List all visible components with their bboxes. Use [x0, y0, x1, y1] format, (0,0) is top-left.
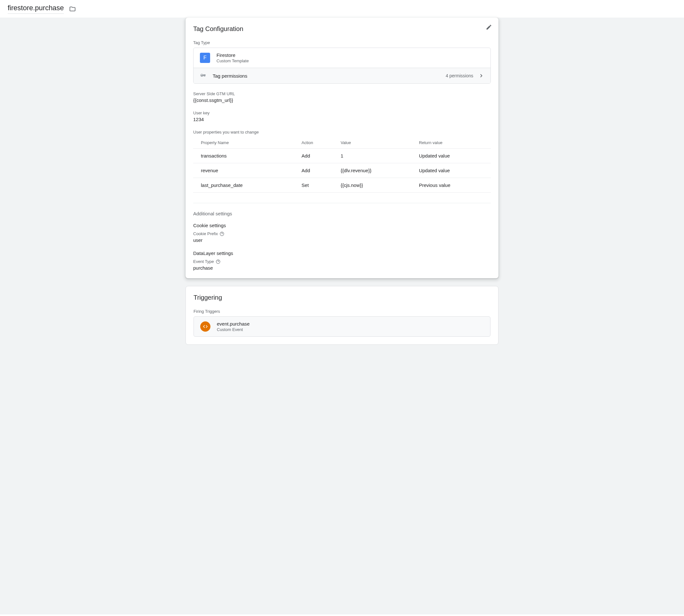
server-url-value: {{const.ssgtm_url}}: [193, 97, 491, 103]
cell-return: Updated value: [411, 149, 491, 163]
additional-settings-title: Additional settings: [193, 211, 491, 216]
page-body: Tag Configuration Tag Type F Firestore C…: [0, 18, 684, 614]
table-row: transactionsAdd1Updated value: [193, 149, 491, 163]
cookie-prefix-label: Cookie Prefix: [193, 231, 218, 236]
section-title: Tag Configuration: [193, 25, 491, 32]
permissions-label: Tag permissions: [213, 73, 247, 79]
col-action: Action: [294, 137, 333, 149]
cookie-settings-group: Cookie settings Cookie Prefix user: [193, 223, 491, 243]
tag-type-box: F Firestore Custom Template Tag permissi…: [193, 48, 491, 84]
props-label: User properties you want to change: [193, 130, 491, 134]
cell-name: transactions: [193, 149, 294, 163]
trigger-subtitle: Custom Event: [217, 327, 250, 332]
firestore-icon: F: [200, 53, 210, 63]
help-icon[interactable]: [220, 232, 224, 236]
table-row: last_purchase_dateSet{{cjs.now}}Previous…: [193, 178, 491, 193]
cell-name: last_purchase_date: [193, 178, 294, 193]
props-table: Property Name Action Value Return value …: [193, 137, 491, 193]
permissions-count: 4 permissions: [446, 73, 473, 78]
cell-value: 1: [333, 149, 411, 163]
event-type-value: purchase: [193, 265, 491, 271]
dl-settings-title: DataLayer settings: [193, 250, 491, 256]
table-row: revenueAdd{{dlv.revenue}}Updated value: [193, 163, 491, 178]
tag-permissions-row[interactable]: Tag permissions 4 permissions: [193, 68, 491, 83]
cookie-prefix-value: user: [193, 237, 491, 243]
key-icon: [200, 72, 206, 79]
cell-name: revenue: [193, 163, 294, 178]
edit-icon[interactable]: [486, 24, 492, 30]
cell-action: Add: [294, 163, 333, 178]
help-icon[interactable]: [216, 260, 220, 264]
triggering-title: Triggering: [193, 294, 491, 301]
divider: [193, 203, 491, 203]
cookie-settings-title: Cookie settings: [193, 223, 491, 228]
col-value: Value: [333, 137, 411, 149]
server-url-group: Server SIde GTM URL {{const.ssgtm_url}}: [193, 91, 491, 103]
event-type-label: Event Type: [193, 259, 214, 264]
tag-type-subtitle: Custom Template: [216, 59, 249, 63]
trigger-name: event.purchase: [217, 321, 250, 327]
page-header: firestore.purchase: [0, 0, 684, 18]
cell-return: Previous value: [411, 178, 491, 193]
user-key-group: User key 1234: [193, 111, 491, 122]
user-key-label: User key: [193, 111, 491, 115]
col-property-name: Property Name: [193, 137, 294, 149]
cell-value: {{dlv.revenue}}: [333, 163, 411, 178]
tag-name-field[interactable]: firestore.purchase: [8, 4, 64, 14]
col-return: Return value: [411, 137, 491, 149]
cell-value: {{cjs.now}}: [333, 178, 411, 193]
firing-triggers-label: Firing Triggers: [193, 309, 491, 314]
tag-type-name: Firestore: [216, 52, 249, 58]
svg-rect-1: [202, 75, 206, 76]
custom-event-icon: [200, 322, 210, 332]
folder-icon[interactable]: [69, 5, 76, 13]
cell-return: Updated value: [411, 163, 491, 178]
server-url-label: Server SIde GTM URL: [193, 91, 491, 96]
trigger-row[interactable]: event.purchase Custom Event: [193, 316, 491, 337]
tag-config-card: Tag Configuration Tag Type F Firestore C…: [185, 18, 499, 278]
cell-action: Add: [294, 149, 333, 163]
chevron-right-icon: [478, 73, 484, 79]
dl-settings-group: DataLayer settings Event Type purchase: [193, 250, 491, 271]
triggering-card: Triggering Firing Triggers event.purchas…: [185, 286, 499, 345]
tag-type-label: Tag Type: [193, 40, 491, 45]
svg-rect-2: [204, 75, 205, 77]
cell-action: Set: [294, 178, 333, 193]
tag-type-row[interactable]: F Firestore Custom Template: [193, 48, 491, 68]
user-key-value: 1234: [193, 117, 491, 122]
